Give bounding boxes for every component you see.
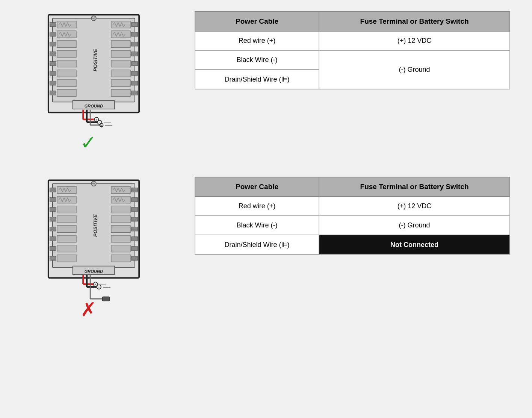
svg-rect-101 xyxy=(131,207,138,212)
svg-rect-57 xyxy=(111,41,130,48)
svg-rect-102 xyxy=(131,217,138,221)
svg-rect-8 xyxy=(50,71,56,76)
svg-rect-145 xyxy=(111,206,130,213)
svg-rect-10 xyxy=(50,91,56,95)
svg-rect-3 xyxy=(50,23,56,27)
svg-rect-104 xyxy=(131,237,138,241)
svg-rect-97 xyxy=(50,247,56,251)
table-row: Red wire (+) (+) 12 VDC xyxy=(195,31,510,50)
cable-cell: Drain/Shield Wire (⊫) xyxy=(195,70,319,89)
table-row: Black Wire (-) (-) Ground xyxy=(195,50,510,70)
col-header-cable-2: Power Cable xyxy=(195,177,319,197)
svg-rect-123 xyxy=(57,206,76,213)
svg-rect-103 xyxy=(131,227,138,231)
svg-text:POSITIVE: POSITIVE xyxy=(92,49,98,71)
svg-text:POSITIVE: POSITIVE xyxy=(92,214,98,237)
svg-rect-147 xyxy=(111,226,130,233)
device-diagram-correct: POSITIVE xyxy=(33,11,168,158)
svg-rect-146 xyxy=(111,216,130,223)
cable-cell: Red wire (+) xyxy=(195,197,319,216)
svg-rect-35 xyxy=(57,41,76,48)
terminal-cell: (-) Ground xyxy=(319,216,510,235)
svg-rect-91 xyxy=(50,188,56,192)
terminal-cell: (-) Ground xyxy=(319,50,510,89)
svg-rect-12 xyxy=(131,32,138,36)
svg-rect-126 xyxy=(57,235,76,242)
svg-text:+: + xyxy=(95,118,97,122)
section-correct: POSITIVE xyxy=(22,11,510,158)
diagram-correct: POSITIVE xyxy=(22,11,180,158)
svg-rect-124 xyxy=(57,216,76,223)
svg-rect-58 xyxy=(111,50,130,58)
svg-rect-60 xyxy=(111,70,130,77)
svg-text:-: - xyxy=(98,285,100,289)
svg-rect-59 xyxy=(111,60,130,67)
svg-rect-150 xyxy=(111,255,130,262)
diagram-incorrect: POSITIVE xyxy=(22,177,180,323)
svg-rect-5 xyxy=(50,42,56,46)
cable-cell: Drain/Shield Wire (⊫) xyxy=(195,235,319,254)
svg-rect-128 xyxy=(57,255,76,262)
table-correct: Power Cable Fuse Terminal or Battery Swi… xyxy=(195,11,510,89)
cable-cell: Black Wire (-) xyxy=(195,50,319,70)
svg-rect-38 xyxy=(57,70,76,77)
svg-rect-100 xyxy=(131,198,138,202)
svg-rect-7 xyxy=(50,62,56,66)
svg-rect-96 xyxy=(50,237,56,241)
table-row: Drain/Shield Wire (⊫) Not Connected xyxy=(195,235,510,254)
svg-rect-17 xyxy=(131,81,138,85)
svg-rect-13 xyxy=(131,42,138,46)
table-row: Red wire (+) (+) 12 VDC xyxy=(195,197,510,216)
svg-rect-148 xyxy=(111,235,130,242)
svg-rect-125 xyxy=(57,226,76,233)
svg-rect-62 xyxy=(111,89,130,97)
device-diagram-incorrect: POSITIVE xyxy=(33,177,168,323)
svg-rect-39 xyxy=(57,80,76,87)
svg-rect-16 xyxy=(131,71,138,76)
svg-text:✗: ✗ xyxy=(80,299,97,320)
svg-rect-127 xyxy=(57,245,76,252)
svg-rect-92 xyxy=(50,198,56,202)
svg-text:GROUND: GROUND xyxy=(85,104,103,108)
not-connected-cell: Not Connected xyxy=(319,235,510,254)
svg-text:✓: ✓ xyxy=(80,132,97,153)
svg-rect-18 xyxy=(131,91,138,95)
svg-rect-149 xyxy=(111,245,130,252)
svg-rect-61 xyxy=(111,80,130,87)
svg-rect-9 xyxy=(50,81,56,85)
svg-rect-95 xyxy=(50,227,56,231)
cable-cell: Black Wire (-) xyxy=(195,216,319,235)
terminal-cell: (+) 12 VDC xyxy=(319,31,510,50)
svg-rect-105 xyxy=(131,247,138,251)
svg-rect-93 xyxy=(50,207,56,212)
svg-rect-11 xyxy=(131,23,138,27)
section-incorrect: POSITIVE xyxy=(22,177,510,323)
terminal-cell: (+) 12 VDC xyxy=(319,197,510,216)
svg-rect-99 xyxy=(131,188,138,192)
cable-cell: Red wire (+) xyxy=(195,31,319,50)
svg-text:+: + xyxy=(95,283,97,286)
table-incorrect: Power Cable Fuse Terminal or Battery Swi… xyxy=(195,177,510,255)
svg-rect-94 xyxy=(50,217,56,221)
col-header-terminal-2: Fuse Terminal or Battery Switch xyxy=(319,177,510,197)
svg-text:—: — xyxy=(107,285,111,289)
svg-rect-6 xyxy=(50,52,56,56)
svg-rect-98 xyxy=(50,256,56,260)
svg-rect-161 xyxy=(103,297,110,301)
svg-rect-40 xyxy=(57,89,76,97)
svg-rect-106 xyxy=(131,256,138,260)
svg-rect-36 xyxy=(57,50,76,58)
svg-rect-15 xyxy=(131,62,138,66)
svg-rect-14 xyxy=(131,52,138,56)
col-header-cable-1: Power Cable xyxy=(195,12,319,31)
svg-text:GROUND: GROUND xyxy=(85,269,103,274)
svg-text:—: — xyxy=(108,123,112,127)
table-row: Black Wire (-) (-) Ground xyxy=(195,216,510,235)
svg-rect-4 xyxy=(50,32,56,36)
svg-rect-37 xyxy=(57,60,76,67)
col-header-terminal-1: Fuse Terminal or Battery Switch xyxy=(319,12,510,31)
